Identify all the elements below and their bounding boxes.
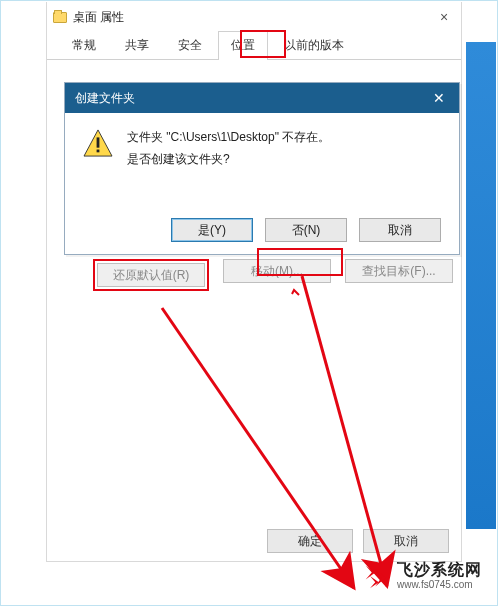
window-close-button[interactable]: × — [433, 9, 455, 25]
tab-previous-versions[interactable]: 以前的版本 — [271, 31, 357, 60]
move-button[interactable]: 移动(M)... — [223, 259, 331, 283]
watermark-icon — [363, 562, 391, 590]
window-titlebar: 桌面 属性 × — [47, 2, 461, 32]
tab-general[interactable]: 常规 — [59, 31, 109, 60]
desktop-bg: 桌面 属性 × 常规 共享 安全 位置 以前的版本 还原默认值(R) 移动(M)… — [2, 2, 496, 604]
tab-strip: 常规 共享 安全 位置 以前的版本 — [47, 32, 461, 60]
svg-marker-7 — [375, 569, 386, 587]
svg-rect-2 — [97, 150, 100, 153]
tab-location[interactable]: 位置 — [218, 31, 268, 60]
properties-footer: 确定 取消 — [47, 529, 461, 553]
dialog-titlebar: 创建文件夹 ✕ — [65, 83, 459, 113]
dialog-yes-button[interactable]: 是(Y) — [171, 218, 253, 242]
warning-icon — [83, 129, 113, 157]
dialog-title-text: 创建文件夹 — [75, 90, 135, 107]
svg-marker-6 — [366, 565, 376, 579]
dialog-cancel-button[interactable]: 取消 — [359, 218, 441, 242]
tab-share[interactable]: 共享 — [112, 31, 162, 60]
dialog-no-button[interactable]: 否(N) — [265, 218, 347, 242]
window-title: 桌面 属性 — [73, 9, 433, 26]
svg-marker-8 — [370, 576, 379, 588]
screenshot-frame: 桌面 属性 × 常规 共享 安全 位置 以前的版本 还原默认值(R) 移动(M)… — [0, 0, 498, 606]
restore-default-button[interactable]: 还原默认值(R) — [97, 263, 205, 287]
folder-icon — [53, 12, 67, 23]
dialog-message: 文件夹 "C:\Users\1\Desktop" 不存在。 是否创建该文件夹? — [127, 127, 330, 170]
watermark: 飞沙系统网 www.fs0745.com — [363, 561, 482, 590]
annotation-highlight-restore: 还原默认值(R) — [93, 259, 209, 291]
find-target-button[interactable]: 查找目标(F)... — [345, 259, 453, 283]
create-folder-dialog: 创建文件夹 ✕ 文件夹 "C:\Users\1\Desktop" 不存在。 是否… — [64, 82, 460, 255]
watermark-text-en: www.fs0745.com — [397, 579, 482, 590]
dialog-close-button[interactable]: ✕ — [429, 90, 449, 106]
ok-button[interactable]: 确定 — [267, 529, 353, 553]
desktop-strip — [466, 42, 496, 529]
dialog-line2: 是否创建该文件夹? — [127, 149, 330, 171]
cancel-button[interactable]: 取消 — [363, 529, 449, 553]
location-action-row: 还原默认值(R) 移动(M)... 查找目标(F)... — [93, 259, 453, 291]
dialog-line1: 文件夹 "C:\Users\1\Desktop" 不存在。 — [127, 127, 330, 149]
dialog-actions: 是(Y) 否(N) 取消 — [83, 170, 441, 242]
tab-security[interactable]: 安全 — [165, 31, 215, 60]
svg-rect-1 — [97, 137, 100, 147]
dialog-body: 文件夹 "C:\Users\1\Desktop" 不存在。 是否创建该文件夹? … — [65, 113, 459, 254]
watermark-text-cn: 飞沙系统网 — [397, 561, 482, 579]
